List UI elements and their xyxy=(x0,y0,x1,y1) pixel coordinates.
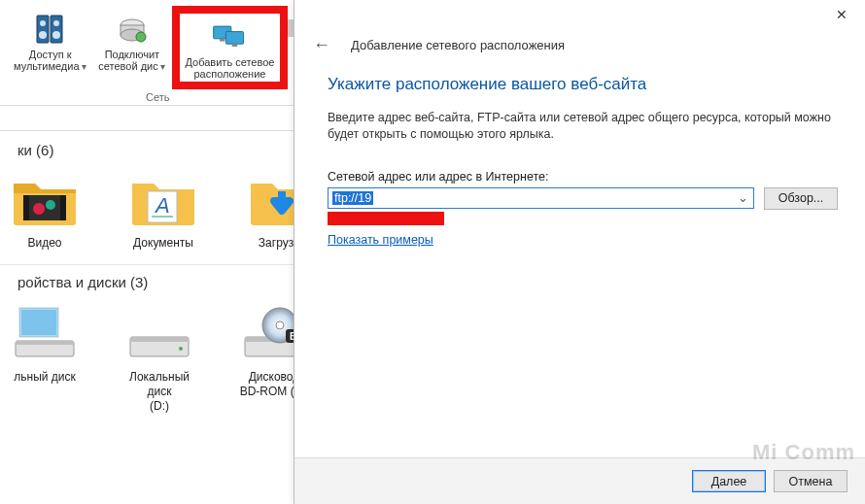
dialog-description: Введите адрес веб-сайта, FTP-сайта или с… xyxy=(328,110,838,143)
item-label: Документы xyxy=(133,236,193,251)
close-button[interactable]: ✕ xyxy=(820,1,863,28)
svg-rect-13 xyxy=(232,44,237,47)
back-button[interactable]: ← xyxy=(310,35,333,55)
svg-point-9 xyxy=(136,32,146,42)
dropdown-icon[interactable]: ⌄ xyxy=(734,188,751,208)
cancel-button[interactable]: Отмена xyxy=(774,470,848,492)
ribbon-group-label: Сеть xyxy=(146,91,169,103)
ribbon-label: Подключитсетевой дис xyxy=(98,49,165,72)
ribbon-btn-multimedia[interactable]: Доступ кмультимедиа xyxy=(8,6,92,89)
svg-point-4 xyxy=(39,31,47,39)
svg-point-19 xyxy=(46,200,55,210)
add-network-location-dialog: ✕ ← Добавление сетевого расположения Ука… xyxy=(294,0,865,504)
next-button[interactable]: Далее xyxy=(692,470,766,492)
drive-item-local-d[interactable]: Локальный диск(D:) xyxy=(117,302,202,414)
dialog-titlebar: ✕ xyxy=(294,0,865,29)
svg-point-29 xyxy=(179,347,183,351)
monitors-icon xyxy=(210,17,249,56)
video-folder-icon xyxy=(10,170,80,230)
hard-drive-icon xyxy=(124,302,194,364)
address-field-label: Сетевой адрес или адрес в Интернете: xyxy=(328,170,838,184)
svg-rect-15 xyxy=(23,195,66,220)
svg-point-3 xyxy=(53,20,59,26)
folder-item-documents[interactable]: A Документы xyxy=(121,170,206,251)
svg-text:A: A xyxy=(154,193,170,218)
speakers-icon xyxy=(31,10,70,49)
ribbon-label: Добавить сетевоерасположение xyxy=(186,56,275,80)
documents-folder-icon: A xyxy=(128,170,198,230)
svg-rect-12 xyxy=(220,39,225,42)
drive-item-local-c[interactable]: льный диск xyxy=(2,302,87,414)
ribbon-btn-connect-drive[interactable]: Подключитсетевой дис xyxy=(92,6,171,89)
show-examples-link[interactable]: Показать примеры xyxy=(328,233,433,247)
svg-rect-28 xyxy=(130,337,189,342)
browse-button[interactable]: Обзор... xyxy=(764,187,838,210)
network-address-input[interactable]: ftp://19 ⌄ xyxy=(328,187,754,209)
redacted-strip xyxy=(328,212,444,225)
svg-rect-16 xyxy=(23,195,29,220)
dialog-heading: Укажите расположение вашего веб-сайта xyxy=(328,75,838,94)
address-value: ftp://19 xyxy=(332,191,373,205)
network-drive-icon xyxy=(113,10,152,49)
ribbon-btn-add-network-location[interactable]: Добавить сетевоерасположение xyxy=(180,14,281,82)
item-label: Видео xyxy=(27,236,61,251)
windows-drive-icon xyxy=(10,302,80,364)
svg-point-18 xyxy=(33,203,45,215)
dialog-breadcrumb: Добавление сетевого расположения xyxy=(351,38,565,52)
svg-point-5 xyxy=(52,31,60,39)
svg-rect-11 xyxy=(226,32,244,45)
ribbon-label: Доступ кмультимедиа xyxy=(14,49,86,72)
item-label: льный диск xyxy=(14,370,76,385)
item-label: Локальный диск(D:) xyxy=(117,370,202,414)
svg-rect-26 xyxy=(16,341,74,345)
folder-item-video[interactable]: Видео xyxy=(2,170,87,251)
svg-point-33 xyxy=(276,321,284,329)
dialog-footer: Далее Отмена xyxy=(294,457,865,504)
svg-rect-17 xyxy=(60,195,66,220)
svg-point-2 xyxy=(40,20,46,26)
highlighted-ribbon-item: Добавить сетевоерасположение xyxy=(172,6,289,89)
